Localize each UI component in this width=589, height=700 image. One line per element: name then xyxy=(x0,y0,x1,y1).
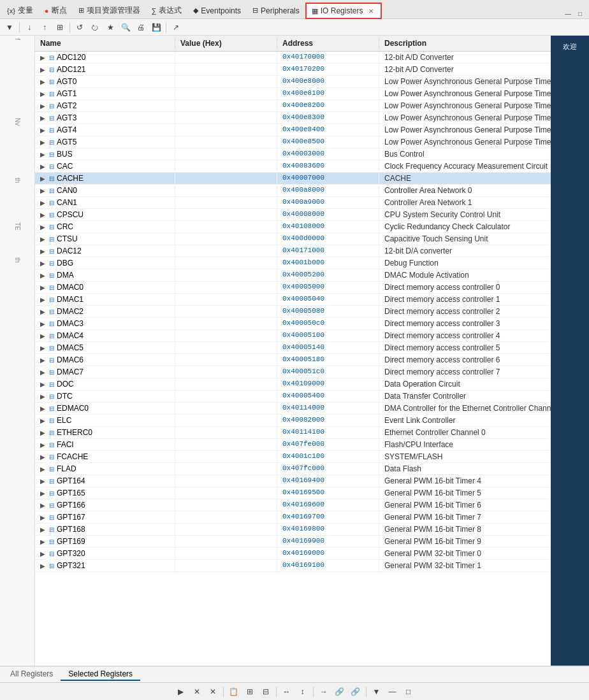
expand-arrow[interactable]: ▶ xyxy=(40,187,47,194)
expand-arrow[interactable]: ▶ xyxy=(40,66,47,73)
table-row[interactable]: ▶ ⊟ AGT1 0x400e8100 Low Power Asynchrono… xyxy=(35,88,551,100)
expand-arrow[interactable]: ▶ xyxy=(40,345,47,352)
table-row[interactable]: ▶ ⊟ GPT168 0x40169800 General PWM 16-bit… xyxy=(35,524,551,536)
expand-arrow[interactable]: ▶ xyxy=(40,369,47,376)
table-row[interactable]: ▶ ⊟ DMA 0x40005200 DMAC Module Activatio… xyxy=(35,269,551,282)
table-row[interactable]: ▶ ⊟ DMAC2 0x40005080 Direct memory acces… xyxy=(35,306,551,318)
expand-arrow[interactable]: ▶ xyxy=(40,562,47,569)
expand-arrow[interactable]: ▶ xyxy=(40,54,47,61)
table-row[interactable]: ▶ ⊟ DMAC0 0x40005000 Direct memory acces… xyxy=(35,282,551,294)
expand-arrow[interactable]: ▶ xyxy=(40,502,47,509)
expand-arrow[interactable]: ▶ xyxy=(40,429,47,436)
expand-arrow[interactable]: ▶ xyxy=(40,211,47,218)
table-row[interactable]: ▶ ⊟ GPT164 0x40169400 General PWM 16-bit… xyxy=(35,475,551,487)
table-row[interactable]: ▶ ⊟ EDMAC0 0x40114000 DMA Controller for… xyxy=(35,403,551,415)
table-row[interactable]: ▶ ⊟ DTC 0x40005400 Data Transfer Control… xyxy=(35,390,551,403)
table-row[interactable]: ▶ ⊟ ADC120 0x40170000 12-bit A/D Convert… xyxy=(35,52,551,64)
run-button[interactable]: ▶ xyxy=(174,685,188,698)
maximize-bottom-button[interactable]: □ xyxy=(402,685,416,698)
expand-arrow[interactable]: ▶ xyxy=(40,308,47,315)
table-row[interactable]: ▶ ⊟ AGT5 0x400e8500 Low Power Asynchrono… xyxy=(35,136,551,148)
expand-arrow[interactable]: ▶ xyxy=(40,417,47,424)
tab-expressions[interactable]: ∑ 表达式 xyxy=(146,2,188,18)
dropdown-button[interactable]: ▼ xyxy=(3,21,17,34)
tab-selected-registers[interactable]: Selected Registers xyxy=(61,668,140,681)
table-row[interactable]: ▶ ⊟ DMAC1 0x40005040 Direct memory acces… xyxy=(35,294,551,306)
table-row[interactable]: ▶ ⊟ ADC121 0x40170200 12-bit A/D Convert… xyxy=(35,64,551,76)
save-button[interactable]: 💾 xyxy=(149,21,163,34)
table-row[interactable]: ▶ ⊟ AGT4 0x400e8400 Low Power Asynchrono… xyxy=(35,124,551,136)
remove-col-button[interactable]: ⊟ xyxy=(259,685,273,698)
expand-arrow[interactable]: ▶ xyxy=(40,78,47,85)
tab-close-button[interactable]: ✕ xyxy=(367,6,375,15)
prev-button[interactable]: ↑ xyxy=(38,21,52,34)
table-row[interactable]: ▶ ⊟ GPT169 0x40169900 General PWM 16-bit… xyxy=(35,536,551,548)
expand-arrow[interactable]: ▶ xyxy=(40,296,47,303)
table-row[interactable]: ▶ ⊟ DMAC7 0x400051c0 Direct memory acces… xyxy=(35,366,551,378)
table-row[interactable]: ▶ ⊟ DAC12 0x40171000 12-bit D/A converte… xyxy=(35,245,551,257)
maximize-button[interactable]: □ xyxy=(575,8,585,18)
table-row[interactable]: ▶ ⊟ CPSCU 0x40008000 CPU System Security… xyxy=(35,209,551,221)
expand-arrow[interactable]: ▶ xyxy=(40,381,47,388)
expand-arrow[interactable]: ▶ xyxy=(40,466,47,473)
print-button[interactable]: 🖨 xyxy=(134,21,148,34)
expand-arrow[interactable]: ▶ xyxy=(40,127,47,134)
expand-arrow[interactable]: ▶ xyxy=(40,284,47,291)
expand-arrow[interactable]: ▶ xyxy=(40,199,47,206)
tab-project[interactable]: ⊞ 项目资源管理器 xyxy=(73,2,146,18)
minimize-button[interactable]: — xyxy=(563,8,573,18)
expand-arrow[interactable]: ▶ xyxy=(40,514,47,521)
table-row[interactable]: ▶ ⊟ ETHERC0 0x40114100 Ethernet Controll… xyxy=(35,427,551,439)
expand-arrow[interactable]: ▶ xyxy=(40,151,47,158)
export-button[interactable]: ↗ xyxy=(169,21,183,34)
expand-arrow[interactable]: ▶ xyxy=(40,490,47,497)
table-row[interactable]: ▶ ⊟ AGT3 0x400e8300 Low Power Asynchrono… xyxy=(35,112,551,124)
expand-arrow[interactable]: ▶ xyxy=(40,260,47,267)
expand-arrow[interactable]: ▶ xyxy=(40,139,47,146)
search-button[interactable]: 🔍 xyxy=(119,21,133,34)
table-row[interactable]: ▶ ⊟ CAN1 0x400a9000 Controller Area Netw… xyxy=(35,197,551,209)
table-row[interactable]: ▶ ⊟ CRC 0x40108000 Cyclic Redundancy Che… xyxy=(35,221,551,233)
table-row[interactable]: ▶ ⊟ BUS 0x40003000 Bus Control xyxy=(35,148,551,161)
tab-variables[interactable]: {x} 变量 xyxy=(1,2,39,18)
expand-arrow[interactable]: ▶ xyxy=(40,272,47,279)
expand-h-button[interactable]: ↔ xyxy=(280,685,294,698)
dropdown-bottom-button[interactable]: ▼ xyxy=(370,685,384,698)
add-col-button[interactable]: ⊞ xyxy=(243,685,257,698)
table-row[interactable]: ▶ ⊟ DOC 0x40109000 Data Operation Circui… xyxy=(35,378,551,390)
expand-arrow[interactable]: ▶ xyxy=(40,526,47,533)
expand-arrow[interactable]: ▶ xyxy=(40,236,47,243)
tab-breakpoints[interactable]: ● 断点 xyxy=(39,2,73,18)
expand-arrow[interactable]: ▶ xyxy=(40,332,47,339)
table-row[interactable]: ▶ ⊟ GPT166 0x40169600 General PWM 16-bit… xyxy=(35,499,551,511)
table-row[interactable]: ▶ ⊟ CAN0 0x400a8000 Controller Area Netw… xyxy=(35,185,551,197)
chain-button-2[interactable]: 🔗 xyxy=(349,685,363,698)
expand-arrow[interactable]: ▶ xyxy=(40,163,47,170)
table-row[interactable]: ▶ ⊟ DMAC3 0x400050c0 Direct memory acces… xyxy=(35,318,551,330)
tab-peripherals[interactable]: ⊟ Peripherals xyxy=(247,2,305,18)
table-row[interactable]: ▶ ⊟ FACI 0x407fe000 Flash/CPU Interface xyxy=(35,439,551,451)
table-row[interactable]: ▶ ⊟ GPT167 0x40169700 General PWM 16-bit… xyxy=(35,511,551,524)
table-row[interactable]: ▶ ⊟ AGT0 0x400e8000 Low Power Asynchrono… xyxy=(35,76,551,88)
table-row[interactable]: ▶ ⊟ FLAD 0x407fc000 Data Flash xyxy=(35,463,551,475)
expand-arrow[interactable]: ▶ xyxy=(40,454,47,461)
expand-arrow[interactable]: ▶ xyxy=(40,357,47,364)
expand-arrow[interactable]: ▶ xyxy=(40,175,47,182)
expand-arrow[interactable]: ▶ xyxy=(40,115,47,122)
link-button[interactable]: → xyxy=(317,685,331,698)
table-row[interactable]: ▶ ⊟ DBG 0x4001b000 Debug Function xyxy=(35,257,551,269)
expand-v-button[interactable]: ↕ xyxy=(296,685,310,698)
table-row[interactable]: ▶ ⊟ DMAC6 0x40005180 Direct memory acces… xyxy=(35,354,551,366)
expand-arrow[interactable]: ▶ xyxy=(40,248,47,255)
expand-arrow[interactable]: ▶ xyxy=(40,393,47,400)
expand-arrow[interactable]: ▶ xyxy=(40,441,47,448)
minimize-bottom-button[interactable]: — xyxy=(386,685,400,698)
tab-eventpoints[interactable]: ◆ Eventpoints xyxy=(187,2,247,18)
table-row[interactable]: ▶ ⊟ CAC 0x40083600 Clock Frequency Accur… xyxy=(35,161,551,173)
next-button[interactable]: ↓ xyxy=(22,21,36,34)
table-row[interactable]: ▶ ⊟ DMAC4 0x40005100 Direct memory acces… xyxy=(35,330,551,342)
tab-all-registers[interactable]: All Registers xyxy=(3,668,61,681)
table-row[interactable]: ▶ ⊟ AGT2 0x400e8200 Low Power Asynchrono… xyxy=(35,100,551,112)
expand-arrow[interactable]: ▶ xyxy=(40,320,47,327)
table-row[interactable]: ▶ ⊟ FCACHE 0x4001c100 SYSTEM/FLASH xyxy=(35,451,551,463)
